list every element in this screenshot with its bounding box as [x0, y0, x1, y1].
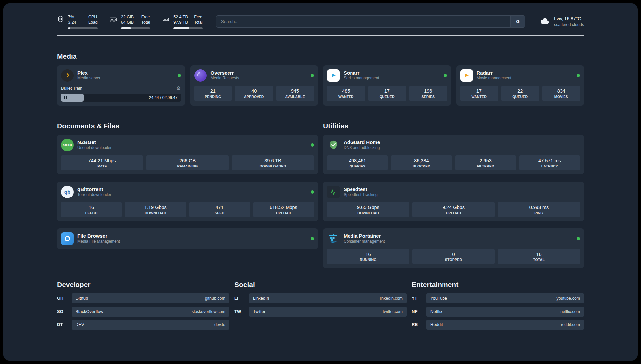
app-name: Sonarr — [344, 70, 379, 76]
stat-label: STOPPED — [414, 258, 493, 262]
link-url: youtube.com — [556, 296, 580, 301]
app-subtitle: Media Requests — [211, 76, 239, 81]
disk-total-label: Total — [194, 20, 202, 25]
stat-value: 39.6 TB — [233, 158, 313, 163]
github-link[interactable]: Github github.com — [72, 293, 229, 303]
section-title-social: Social — [234, 281, 407, 288]
adguard-icon — [327, 139, 340, 151]
stat-value: 1.19 Gbps — [126, 205, 184, 210]
section-title-developer: Developer — [57, 281, 229, 288]
sonarr-card[interactable]: Sonarr Series management 485WANTED 17QUE… — [323, 65, 451, 106]
dev-link[interactable]: DEV dev.to — [72, 320, 229, 330]
cpu-percent: 7% — [68, 15, 83, 20]
gear-icon[interactable]: ⚙ — [176, 86, 181, 91]
stat-tile: 2,953FILTERED — [455, 155, 516, 170]
speedtest-card[interactable]: Speedtest Speedtest Tracking 9.65 GbpsDO… — [323, 182, 584, 221]
overseerr-card[interactable]: Overseerr Media Requests 21PENDING 40APP… — [190, 65, 318, 106]
radarr-card[interactable]: Radarr Movie management 17WANTED 22QUEUE… — [456, 65, 584, 106]
system-stats: 7% 3.24 CPU Load — [57, 15, 203, 29]
linkedin-link[interactable]: LinkedIn linkedin.com — [249, 293, 407, 303]
stat-label: RATE — [62, 164, 142, 168]
app-name: qBittorrent — [77, 186, 111, 193]
link-url: twitter.com — [383, 309, 403, 314]
link-row: NF Netflix netflix.com — [412, 307, 584, 317]
stat-value: 9.24 Gbps — [414, 205, 493, 210]
stat-label: PING — [499, 211, 579, 215]
qbittorrent-icon-text: qb — [64, 189, 70, 195]
link-url: reddit.com — [561, 322, 580, 327]
stat-value: 0.993 ms — [499, 205, 579, 210]
stat-label: UPLOAD — [255, 211, 313, 215]
playback-progress-bar[interactable]: 24:44 / 02:06:47 — [61, 94, 181, 102]
status-dot — [311, 74, 314, 77]
section-title-entertainment: Entertainment — [412, 281, 584, 288]
stat-label: LATENCY — [521, 164, 579, 168]
dashboard-panel: 7% 3.24 CPU Load — [3, 3, 638, 361]
stat-value: 744.21 Mbps — [62, 158, 142, 163]
search-engine-button[interactable]: G — [510, 16, 525, 27]
stat-label: AVAILABLE — [278, 95, 313, 99]
section-title-utilities: Utilities — [323, 122, 584, 130]
search-input[interactable] — [216, 15, 525, 28]
search-bar: G — [216, 15, 525, 28]
app-name: AdGuard Home — [344, 139, 380, 146]
stat-value: 0 — [414, 252, 493, 257]
stat-value: 834 — [544, 88, 579, 94]
stat-value: 16 — [499, 252, 579, 257]
link-code: SO — [57, 309, 72, 314]
link-row: RE Reddit reddit.com — [412, 320, 584, 330]
stat-tile: 39.6 TBDOWNLOADED — [232, 155, 314, 170]
sonarr-icon — [327, 69, 340, 82]
reddit-link[interactable]: Reddit reddit.com — [426, 320, 584, 330]
stat-label: QUERIES — [328, 164, 386, 168]
stat-label: TOTAL — [499, 258, 579, 262]
stat-label: BLOCKED — [392, 164, 450, 168]
link-name: YouTube — [430, 296, 447, 301]
pause-icon[interactable] — [64, 96, 67, 99]
adguard-card[interactable]: AdGuard Home DNS and adblocking 498,461Q… — [323, 135, 584, 174]
cpu-meter — [68, 27, 98, 29]
stat-value: 40 — [236, 88, 272, 94]
stat-label: DOWNLOAD — [126, 211, 184, 215]
stat-value: 17 — [462, 88, 497, 94]
stat-value: 22 — [503, 88, 538, 94]
app-name: Radarr — [477, 70, 511, 76]
stat-value: 485 — [328, 88, 364, 94]
playback-time: 24:44 / 02:06:47 — [149, 95, 181, 100]
portainer-card[interactable]: Media Portainer Container management 16R… — [323, 228, 584, 268]
developer-section: Developer GH Github github.com SO StackO… — [57, 281, 229, 333]
weather-widget: Lviv, 16.87°C scattered clouds — [540, 16, 584, 28]
nzbget-icon: nzbget — [61, 139, 74, 151]
status-dot — [577, 237, 580, 240]
stat-tile: 0.993 msPING — [498, 202, 580, 217]
now-playing-title: Bullet Train — [61, 86, 82, 91]
link-row: YT YouTube youtube.com — [412, 293, 584, 303]
media-grid: Plex Media server Bullet Train ⚙ 24:44 /… — [57, 65, 584, 106]
stackoverflow-link[interactable]: StackOverflow stackoverflow.com — [72, 307, 229, 317]
stat-tile: 471SEED — [189, 202, 250, 217]
youtube-link[interactable]: YouTube youtube.com — [426, 293, 584, 303]
status-dot — [444, 74, 447, 77]
netflix-link[interactable]: Netflix netflix.com — [426, 307, 584, 317]
section-title-media: Media — [57, 52, 584, 60]
stat-tile: 21PENDING — [194, 86, 232, 101]
cpu-icon — [57, 15, 64, 24]
nzbget-icon-text: nzbget — [63, 143, 72, 146]
stat-tile: 618.52 MbpsUPLOAD — [253, 202, 314, 217]
nzbget-card[interactable]: nzbget NZBGet Usenet downloader 744.21 M… — [57, 135, 318, 174]
disk-icon — [162, 15, 170, 25]
plex-card[interactable]: Plex Media server Bullet Train ⚙ 24:44 /… — [57, 65, 185, 106]
link-name: DEV — [76, 322, 84, 327]
app-subtitle: Movie management — [477, 76, 511, 81]
stat-label: MOVIES — [544, 95, 579, 99]
link-code: DT — [57, 322, 72, 327]
app-name: Plex — [77, 70, 100, 76]
stat-label: APPROVED — [236, 95, 272, 99]
app-name: NZBGet — [77, 139, 111, 146]
stat-tile: 266 GBREMAINING — [146, 155, 229, 170]
cpu-widget: 7% 3.24 CPU Load — [57, 15, 98, 29]
filebrowser-card[interactable]: File Browser Media File Management — [57, 228, 318, 249]
link-code: NF — [412, 309, 426, 314]
qbittorrent-card[interactable]: qb qBittorrent Torrent downloader 16LEEC… — [57, 182, 318, 221]
twitter-link[interactable]: Twitter twitter.com — [249, 307, 407, 317]
